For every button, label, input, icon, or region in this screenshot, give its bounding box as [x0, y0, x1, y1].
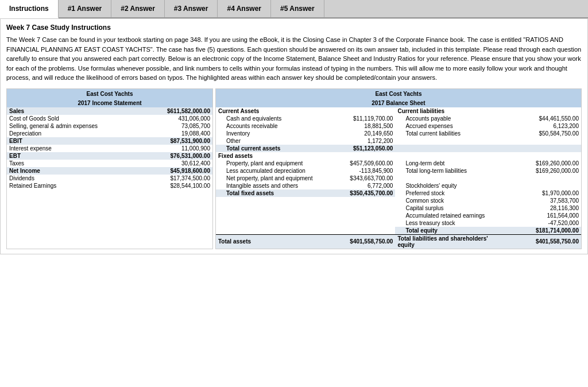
income-row-value: 30,612,400	[126, 160, 212, 167]
balance-cell: Accrued expenses	[395, 122, 507, 130]
balance-row: Total current assets$51,123,050.00	[216, 145, 581, 152]
balance-cell	[508, 182, 581, 189]
balance-row: Common stock37,583,700	[216, 197, 581, 204]
balance-cell	[319, 204, 396, 212]
income-row: EBIT$87,531,900.00	[7, 137, 212, 145]
income-statement-subtitle: 2017 Income Statement	[7, 99, 212, 107]
balance-cell: 18,881,500	[319, 122, 396, 130]
balance-row: Intangible assets and others6,772,000Sto…	[216, 182, 581, 189]
income-row: Taxes30,612,400	[7, 160, 212, 167]
income-statement: East Cost Yachts 2017 Income Statement S…	[6, 88, 213, 249]
income-row-label: Depreciation	[7, 130, 126, 137]
balance-cell: Total equity	[395, 227, 507, 235]
income-row: Retained Earnings$28,544,100.00	[7, 182, 212, 189]
balance-cell	[319, 212, 396, 219]
balance-cell: $51,123,050.00	[319, 145, 396, 152]
balance-cell: 28,116,300	[508, 204, 581, 212]
balance-cell: Total fixed assets	[216, 189, 319, 197]
balance-cell	[395, 175, 507, 182]
income-row: Dividends$17,374,500.00	[7, 175, 212, 182]
balance-cell: Stockholders' equity	[395, 182, 507, 189]
balance-cell: $44,461,550.00	[508, 115, 581, 122]
tab-answer2[interactable]: #2 Answer	[111, 0, 165, 17]
income-row: Net Income$45,918,600.00	[7, 167, 212, 175]
balance-row: Accumulated retained earnings161,564,000	[216, 212, 581, 219]
income-statement-title: East Cost Yachts	[7, 89, 212, 99]
balance-cell: Less accumulated depreciation	[216, 167, 319, 175]
tab-answer1[interactable]: #1 Answer	[59, 0, 112, 17]
balance-row: Total equity$181,714,000.00	[216, 227, 581, 235]
balance-cell: Total current assets	[216, 145, 319, 152]
balance-cell: Accounts payable	[395, 115, 507, 122]
balance-cell: $1,970,000.00	[508, 189, 581, 197]
balance-cell	[319, 219, 396, 227]
page-title: Week 7 Case Study Instructions	[6, 24, 582, 32]
tab-instructions[interactable]: Instructions	[0, 0, 59, 18]
balance-cell	[216, 197, 319, 204]
income-row-label: Interest expense	[7, 145, 126, 152]
balance-row: Total fixed assets$350,435,700.00Preferr…	[216, 189, 581, 197]
tab-answer5[interactable]: #5 Answer	[271, 0, 324, 17]
balance-cell: $350,435,700.00	[319, 189, 396, 197]
balance-cell: Inventory	[216, 130, 319, 137]
balance-cell: 6,123,200	[508, 122, 581, 130]
balance-cell: 1,172,200	[319, 137, 396, 145]
balance-cell: $169,260,000.00	[508, 160, 581, 167]
income-row-value: $17,374,500.00	[126, 175, 212, 182]
income-row: Depreciation19,088,400	[7, 130, 212, 137]
balance-cell: Accounts receivable	[216, 122, 319, 130]
balance-cell: Accumulated retained earnings	[395, 212, 507, 219]
balance-cell	[395, 145, 507, 152]
balance-cell: Cash and equivalents	[216, 115, 319, 122]
balance-cell: Less treasury stock	[395, 219, 507, 227]
balance-cell	[395, 152, 507, 160]
balance-cell: Fixed assets	[216, 152, 319, 160]
balance-cell: Total assets	[216, 234, 319, 249]
balance-row: Less treasury stock-47,520,000	[216, 219, 581, 227]
balance-cell	[508, 145, 581, 152]
balance-cell	[508, 107, 581, 115]
balance-cell: $50,584,750.00	[508, 130, 581, 137]
balance-cell: $169,260,000.00	[508, 167, 581, 175]
balance-row: Accounts receivable18,881,500Accrued exp…	[216, 122, 581, 130]
balance-sheet: East Cost Yachts 2017 Balance Sheet Curr…	[215, 88, 582, 249]
income-row-label: EBIT	[7, 137, 126, 145]
income-row: Sales$611,582,000.00	[7, 107, 212, 115]
financial-tables: East Cost Yachts 2017 Income Statement S…	[6, 88, 582, 249]
balance-row: Total assets$401,558,750.00Total liabili…	[216, 234, 581, 249]
balance-row: Current AssetsCurrent liabilities	[216, 107, 581, 115]
balance-cell: 37,583,700	[508, 197, 581, 204]
balance-cell: Current liabilities	[395, 107, 507, 115]
balance-cell: Net property, plant and equipment	[216, 175, 319, 182]
balance-cell: 20,149,650	[319, 130, 396, 137]
tab-answer4[interactable]: #4 Answer	[218, 0, 271, 17]
balance-cell	[216, 219, 319, 227]
income-row: Cost of Goods Sold431,006,000	[7, 115, 212, 122]
balance-cell	[319, 197, 396, 204]
tab-answer3[interactable]: #3 Answer	[165, 0, 218, 17]
income-row-value: $28,544,100.00	[126, 182, 212, 189]
income-row: Interest expense11,000,900	[7, 145, 212, 152]
income-row-value: 19,088,400	[126, 130, 212, 137]
balance-cell: Common stock	[395, 197, 507, 204]
balance-cell: Other	[216, 137, 319, 145]
balance-cell: $343,663,700.00	[319, 175, 396, 182]
balance-cell	[508, 152, 581, 160]
balance-row: Less accumulated depreciation-113,845,90…	[216, 167, 581, 175]
income-row-value: 431,006,000	[126, 115, 212, 122]
balance-cell: -47,520,000	[508, 219, 581, 227]
balance-cell	[216, 204, 319, 212]
balance-cell: $401,558,750.00	[508, 234, 581, 249]
balance-row: Cash and equivalents$11,119,700.00Accoun…	[216, 115, 581, 122]
balance-cell: $401,558,750.00	[319, 234, 396, 249]
balance-cell: Total liabilities and shareholders' equi…	[395, 234, 507, 249]
balance-cell	[319, 227, 396, 235]
balance-cell: Preferred stock	[395, 189, 507, 197]
income-row-value: 73,085,700	[126, 122, 212, 130]
balance-cell	[508, 137, 581, 145]
income-row-value: $45,918,600.00	[126, 167, 212, 175]
income-row-label: Taxes	[7, 160, 126, 167]
balance-row: Inventory20,149,650Total current liabili…	[216, 130, 581, 137]
balance-cell: Intangible assets and others	[216, 182, 319, 189]
instructions-body: The Week 7 Case can be found in your tex…	[6, 35, 582, 83]
